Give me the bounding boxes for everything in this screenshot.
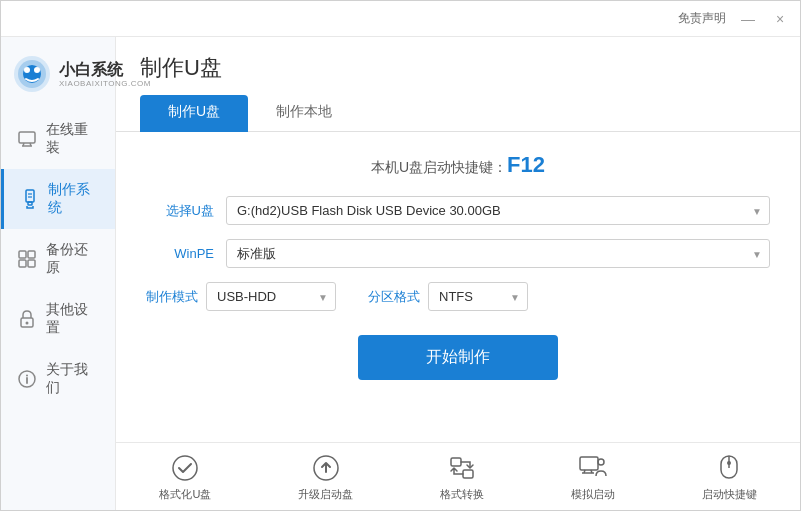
sidebar-item-make-system[interactable]: 制作系统: [1, 169, 115, 229]
content-header: 制作U盘 制作U盘 制作本地: [116, 37, 800, 132]
label-winpe: WinPE: [146, 246, 214, 261]
free-statement-link[interactable]: 免责声明: [678, 10, 726, 27]
toolbar-label-upgrade-boot: 升级启动盘: [298, 487, 353, 502]
shortcut-hint: 本机U盘启动快捷键：F12: [146, 152, 770, 178]
monitor-person-icon: [578, 453, 608, 483]
title-bar: 免责声明 — ×: [1, 1, 800, 37]
form-group-mode: 制作模式 USB-HDD ▼: [146, 282, 336, 311]
convert-icon: [447, 453, 477, 483]
svg-point-3: [24, 67, 30, 73]
logo-icon: [13, 55, 51, 93]
svg-rect-16: [28, 260, 35, 267]
main-content: 小白系统 XIAOBAIXITONG.COM 在线重装: [1, 37, 800, 510]
sidebar-label-make-system: 制作系统: [48, 181, 99, 217]
label-select-usb: 选择U盘: [146, 202, 214, 220]
sidebar: 小白系统 XIAOBAIXITONG.COM 在线重装: [1, 37, 116, 510]
shortcut-key: F12: [507, 152, 545, 177]
select-make-mode[interactable]: USB-HDD: [206, 282, 336, 311]
close-button[interactable]: ×: [770, 11, 790, 27]
sidebar-item-online-reinstall[interactable]: 在线重装: [1, 109, 115, 169]
form-row-usb: 选择U盘 G:(hd2)USB Flash Disk USB Device 30…: [146, 196, 770, 225]
content-body: 本机U盘启动快捷键：F12 选择U盘 G:(hd2)USB Flash Disk…: [116, 132, 800, 442]
toolbar-item-format-usb[interactable]: 格式化U盘: [159, 453, 211, 502]
toolbar-label-simulate-boot: 模拟启动: [571, 487, 615, 502]
form-group-partition: 分区格式 NTFS ▼: [368, 282, 528, 311]
minimize-button[interactable]: —: [738, 11, 758, 27]
svg-point-18: [26, 322, 29, 325]
form-row-mode: 制作模式 USB-HDD ▼ 分区格式 NTFS ▼: [146, 282, 770, 311]
select-winpe[interactable]: 标准版: [226, 239, 770, 268]
usb-icon: [20, 188, 40, 210]
info-icon: [17, 368, 38, 390]
label-partition-format: 分区格式: [368, 288, 420, 306]
select-usb[interactable]: G:(hd2)USB Flash Disk USB Device 30.00GB: [226, 196, 770, 225]
sidebar-label-about-us: 关于我们: [46, 361, 99, 397]
toolbar-label-format-usb: 格式化U盘: [159, 487, 211, 502]
tab-make-usb[interactable]: 制作U盘: [140, 95, 248, 132]
main-window: 免责声明 — × 小白系统 XIAOBAIXITONG.COM: [0, 0, 801, 511]
svg-point-31: [598, 459, 604, 465]
svg-rect-25: [451, 458, 461, 466]
select-partition-wrapper: NTFS ▼: [428, 282, 528, 311]
upload-circle-icon: [311, 453, 341, 483]
tab-make-local[interactable]: 制作本地: [248, 95, 360, 132]
svg-point-4: [34, 67, 40, 73]
bottom-toolbar: 格式化U盘 升级启动盘: [116, 442, 800, 510]
svg-rect-26: [463, 470, 473, 478]
svg-point-21: [26, 375, 28, 377]
toolbar-label-boot-shortcut: 启动快捷键: [702, 487, 757, 502]
svg-rect-13: [19, 251, 26, 258]
svg-rect-14: [28, 251, 35, 258]
select-mode-wrapper: USB-HDD ▼: [206, 282, 336, 311]
grid-icon: [17, 248, 38, 270]
form-row-winpe: WinPE 标准版 ▼: [146, 239, 770, 268]
svg-rect-15: [19, 260, 26, 267]
svg-point-34: [727, 461, 731, 465]
sidebar-label-backup-restore: 备份还原: [46, 241, 99, 277]
svg-rect-27: [580, 457, 598, 470]
lock-icon: [17, 308, 38, 330]
svg-rect-9: [26, 190, 34, 202]
svg-rect-5: [19, 132, 35, 143]
toolbar-label-format-convert: 格式转换: [440, 487, 484, 502]
shortcut-hint-text: 本机U盘启动快捷键：: [371, 159, 507, 175]
select-usb-wrapper: G:(hd2)USB Flash Disk USB Device 30.00GB…: [226, 196, 770, 225]
sidebar-item-about-us[interactable]: 关于我们: [1, 349, 115, 409]
tabs: 制作U盘 制作本地: [140, 95, 776, 131]
sidebar-item-backup-restore[interactable]: 备份还原: [1, 229, 115, 289]
toolbar-item-upgrade-boot[interactable]: 升级启动盘: [298, 453, 353, 502]
toolbar-item-boot-shortcut[interactable]: 启动快捷键: [702, 453, 757, 502]
sidebar-label-online-reinstall: 在线重装: [46, 121, 99, 157]
svg-rect-10: [28, 202, 32, 205]
sidebar-label-other-settings: 其他设置: [46, 301, 99, 337]
start-make-button[interactable]: 开始制作: [358, 335, 558, 380]
page-title: 制作U盘: [140, 53, 776, 83]
svg-point-22: [173, 456, 197, 480]
logo-area: 小白系统 XIAOBAIXITONG.COM: [1, 47, 115, 109]
title-bar-controls: 免责声明 — ×: [678, 10, 790, 27]
mouse-icon: [714, 453, 744, 483]
checkmark-circle-icon: [170, 453, 200, 483]
toolbar-item-format-convert[interactable]: 格式转换: [440, 453, 484, 502]
label-make-mode: 制作模式: [146, 288, 198, 306]
select-winpe-wrapper: 标准版 ▼: [226, 239, 770, 268]
toolbar-item-simulate-boot[interactable]: 模拟启动: [571, 453, 615, 502]
select-partition-format[interactable]: NTFS: [428, 282, 528, 311]
content-area: 制作U盘 制作U盘 制作本地 本机U盘启动快捷键：F12 选择U盘 G:(hd2…: [116, 37, 800, 510]
monitor-icon: [17, 128, 38, 150]
sidebar-item-other-settings[interactable]: 其他设置: [1, 289, 115, 349]
